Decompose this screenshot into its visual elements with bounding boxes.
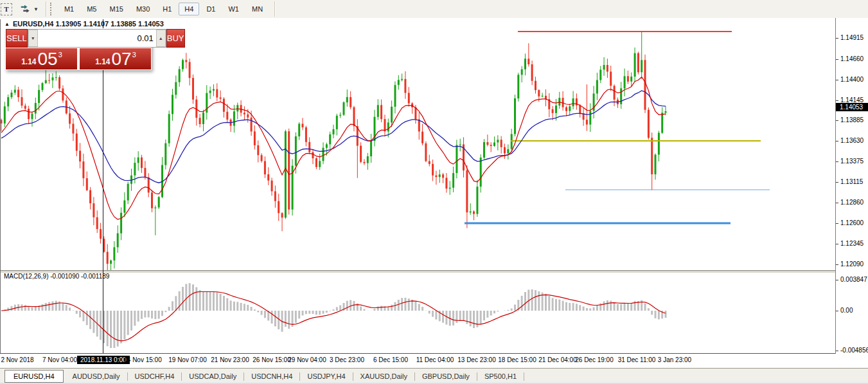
lot-size-input[interactable] (38, 30, 156, 47)
price-axis-label: 1.13115 (840, 178, 863, 185)
text-label-tool-icon[interactable]: T (1, 3, 12, 15)
lot-decrease-button[interactable]: ▼ (28, 30, 38, 47)
chart-tab-usdcnh[interactable]: USDCNH,H4 (245, 370, 298, 382)
timeframe-button-m1[interactable]: M1 (58, 3, 80, 15)
axis-tick (836, 80, 838, 80)
chart-tab-audusd[interactable]: AUDUSD,Daily (67, 370, 126, 382)
chevron-down-icon: ▼ (33, 6, 39, 12)
chart-tab-usdcad[interactable]: USDCAD,Daily (183, 370, 242, 382)
price-axis[interactable]: 1.14053 1.149151.146601.144001.141451.13… (835, 18, 868, 354)
chart-tab-usdchf[interactable]: USDCHF,H4 (129, 370, 181, 382)
sell-button[interactable]: SELL (6, 29, 28, 48)
axis-tick (836, 280, 838, 280)
sell-price-base: 1.14 (21, 57, 36, 66)
axis-tick (836, 311, 838, 311)
timeframe-button-w1[interactable]: W1 (222, 3, 245, 15)
toolbar-separator (46, 1, 46, 17)
timeframe-button-d1[interactable]: D1 (200, 3, 221, 15)
price-axis-label: 1.12600 (840, 219, 864, 226)
sell-price-pips: 05 (38, 49, 58, 69)
price-axis-label: 1.12860 (840, 199, 864, 206)
chart-tab-gbpusd[interactable]: GBPUSD,Daily (416, 370, 475, 382)
collapse-panel-icon[interactable]: ▲ (4, 21, 10, 27)
trade-arrows-icon (21, 5, 31, 14)
axis-tick (836, 100, 838, 101)
buy-button[interactable]: BUY (166, 29, 185, 48)
price-axis-label: 1.13885 (840, 116, 864, 123)
mt4-window: T ▼ M1M5M15M30H1H4D1W1MN ▲EURUSD,H4 1.13… (0, 0, 868, 384)
time-axis-label: 7 Nov 04:00 (24, 356, 95, 363)
axis-tick (836, 120, 838, 121)
tab-separator (299, 372, 300, 381)
chart-title: ▲EURUSD,H4 1.13905 1.14107 1.13885 1.140… (4, 20, 164, 28)
toolbar-separator (274, 1, 275, 17)
price-axis-label: 1.14660 (840, 55, 864, 62)
trade-arrows-button[interactable]: ▼ (19, 3, 40, 15)
price-axis-label: 1.12345 (840, 240, 864, 247)
tab-separator (127, 372, 128, 381)
timeframe-button-m15[interactable]: M15 (103, 3, 128, 15)
sell-price-display[interactable]: 1.14 05 3 (6, 48, 77, 69)
chart-tab-eurusd[interactable]: EURUSD,H4 (4, 370, 64, 383)
time-axis-label: 3 Jan 23:00 (639, 356, 710, 363)
price-axis-label: 1.13630 (840, 137, 864, 144)
axis-tick (836, 351, 838, 351)
price-axis-label: 1.12090 (840, 261, 864, 268)
axis-tick (836, 244, 838, 244)
tab-separator (181, 372, 182, 381)
tab-separator (353, 372, 353, 381)
one-click-trading-panel: SELL ▼ ▲ BUY 1.14 05 3 1.14 07 3 (5, 28, 152, 70)
timeframe-button-h1[interactable]: H1 (157, 3, 177, 15)
macd-scale-label: 0.003847 (840, 276, 867, 283)
buy-price-point: 3 (132, 51, 136, 59)
tab-separator (477, 372, 477, 381)
chart-symbol-label: EURUSD,H4 (13, 20, 54, 28)
tab-separator (244, 372, 244, 381)
timeframe-button-m5[interactable]: M5 (81, 3, 102, 15)
time-axis[interactable]: 2018.11.13 0:00 2 Nov 20187 Nov 04:0014 … (0, 354, 868, 368)
price-axis-label: 1.13375 (840, 158, 864, 165)
timeframe-button-m30[interactable]: M30 (130, 3, 155, 15)
chart-tab-xauusd[interactable]: XAUUSD,Daily (355, 370, 413, 382)
macd-indicator-label: MACD(12,26,9) -0.001090 -0.001189 (4, 273, 109, 280)
axis-tick (836, 264, 838, 265)
chart-ohlc-values: 1.13905 1.14107 1.13885 1.14053 (56, 20, 164, 28)
price-axis-label: 1.14915 (840, 34, 864, 41)
axis-tick (836, 161, 838, 162)
buy-price-display[interactable]: 1.14 07 3 (80, 48, 151, 69)
price-axis-label: 1.14145 (840, 96, 864, 104)
axis-tick (836, 59, 838, 60)
sell-price-point: 3 (58, 51, 62, 59)
timeframe-button-h4[interactable]: H4 (179, 3, 199, 15)
chart-tab-sp500[interactable]: SP500,H1 (479, 370, 522, 382)
timeframe-buttons: M1M5M15M30H1H4D1W1MN (58, 3, 269, 15)
lot-size-spinner: ▼ ▲ (28, 29, 166, 48)
tab-separator (524, 372, 524, 381)
chart-tab-bar: EURUSD,H4AUDUSD,DailyUSDCHF,H4USDCAD,Dai… (0, 368, 868, 384)
axis-tick (836, 203, 838, 203)
lot-increase-button[interactable]: ▲ (156, 30, 166, 47)
axis-tick (836, 223, 838, 224)
axis-tick (836, 182, 838, 183)
timeframe-button-mn[interactable]: MN (246, 3, 269, 15)
current-price-badge: 1.14053 (836, 103, 868, 111)
tab-separator (414, 372, 415, 381)
macd-scale-label: 0.00 (840, 307, 853, 314)
buy-price-base: 1.14 (95, 57, 110, 66)
axis-tick (836, 141, 838, 142)
buy-price-pips: 07 (112, 49, 132, 69)
toolbar: T ▼ M1M5M15M30H1H4D1W1MN (0, 0, 868, 19)
toolbar-grip[interactable] (50, 3, 54, 15)
macd-scale-label: -0.004856 (840, 347, 868, 354)
axis-tick (836, 38, 838, 39)
price-axis-label: 1.14400 (840, 76, 864, 83)
chart-tab-usdjpy[interactable]: USDJPY,H4 (301, 370, 351, 382)
